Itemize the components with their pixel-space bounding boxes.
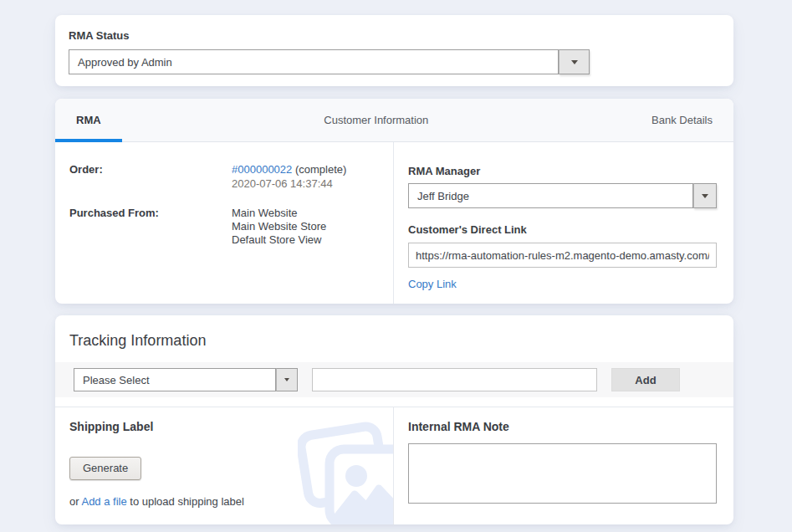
- order-date: 2020-07-06 14:37:44: [232, 177, 346, 190]
- upload-shipping-label-line: or Add a file to upload shipping label: [69, 495, 393, 508]
- carrier-select-value[interactable]: Please Select: [74, 368, 276, 391]
- rma-tab-content: Order: #000000022 (complete) 2020-07-06 …: [55, 142, 733, 304]
- chevron-down-icon: [702, 194, 708, 198]
- tab-customer-information-label: Customer Information: [324, 114, 428, 126]
- carrier-select-arrow-button[interactable]: [276, 368, 298, 391]
- rma-status-select-arrow-button[interactable]: [559, 49, 590, 74]
- tab-bank-details[interactable]: Bank Details: [631, 99, 733, 141]
- internal-note-column: Internal RMA Note: [393, 407, 733, 524]
- copy-link[interactable]: Copy Link: [408, 278, 457, 290]
- purchased-from-label: Purchased From:: [69, 207, 232, 248]
- tracking-number-input[interactable]: [312, 368, 597, 391]
- rma-manager-select-value[interactable]: Jeff Bridge: [408, 183, 693, 208]
- tracking-card: Tracking Information Please Select Add S…: [55, 315, 733, 524]
- tab-bank-details-label: Bank Details: [651, 114, 713, 126]
- chevron-down-icon: [571, 60, 578, 64]
- internal-note-title: Internal RMA Note: [408, 420, 717, 433]
- rma-status-label: RMA Status: [69, 29, 720, 42]
- tab-customer-information[interactable]: Customer Information: [303, 99, 449, 141]
- carrier-select[interactable]: Please Select: [74, 368, 298, 391]
- purchased-from-row: Purchased From: Main Website Main Websit…: [69, 207, 380, 248]
- purchased-from-website: Main Website: [232, 207, 326, 219]
- order-number-link[interactable]: #000000022: [232, 163, 292, 176]
- internal-note-textarea[interactable]: [408, 443, 717, 504]
- chevron-down-icon: [284, 378, 289, 381]
- order-info-column: Order: #000000022 (complete) 2020-07-06 …: [55, 142, 393, 304]
- add-a-file-link[interactable]: Add a file: [81, 495, 126, 508]
- direct-link-label: Customer's Direct Link: [408, 223, 717, 236]
- rma-status-select[interactable]: Approved by Admin: [69, 49, 590, 74]
- upload-suffix-text: to upload shipping label: [127, 495, 244, 508]
- tab-rma[interactable]: RMA: [55, 99, 122, 141]
- rma-tabs-card: RMA Customer Information Bank Details Or…: [55, 99, 733, 304]
- order-value: #000000022 (complete) 2020-07-06 14:37:4…: [232, 163, 346, 192]
- tracking-title: Tracking Information: [69, 332, 733, 350]
- purchased-from-store: Main Website Store: [232, 220, 326, 233]
- label-and-note-section: Shipping Label Generate or Add a file to…: [55, 407, 733, 524]
- image-placeholder-icon: [298, 419, 393, 524]
- purchased-from-store-view: Default Store View: [232, 233, 326, 246]
- rma-status-select-value[interactable]: Approved by Admin: [69, 49, 559, 74]
- direct-link-input[interactable]: [408, 243, 717, 268]
- tab-bar: RMA Customer Information Bank Details: [55, 99, 733, 142]
- shipping-label-title: Shipping Label: [69, 420, 393, 433]
- rma-detail-page: RMA Status Approved by Admin RMA Custome…: [0, 0, 792, 524]
- rma-status-card: RMA Status Approved by Admin: [55, 15, 733, 86]
- order-status-text: (complete): [292, 163, 346, 176]
- order-label: Order:: [69, 163, 232, 192]
- rma-manager-column: RMA Manager Jeff Bridge Customer's Direc…: [393, 142, 733, 304]
- tracking-form-row: Please Select Add: [55, 362, 733, 397]
- purchased-from-value: Main Website Main Website Store Default …: [232, 207, 326, 248]
- rma-manager-select-arrow-button[interactable]: [693, 183, 717, 208]
- order-row: Order: #000000022 (complete) 2020-07-06 …: [69, 163, 380, 192]
- generate-label-button[interactable]: Generate: [69, 457, 141, 480]
- add-tracking-button[interactable]: Add: [611, 368, 680, 391]
- rma-manager-label: RMA Manager: [408, 165, 717, 177]
- tab-rma-label: RMA: [76, 114, 101, 126]
- shipping-label-column: Shipping Label Generate or Add a file to…: [55, 407, 393, 524]
- upload-prefix-text: or: [69, 495, 81, 508]
- rma-manager-select[interactable]: Jeff Bridge: [408, 183, 717, 208]
